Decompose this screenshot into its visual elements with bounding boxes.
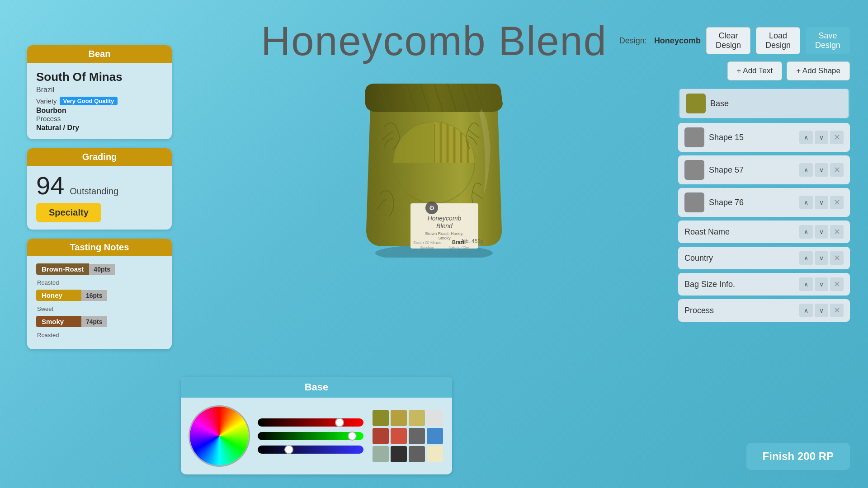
right-panel: Design: Honeycomb Clear Design Load Desi…: [678, 27, 850, 322]
layer-up-btn[interactable]: ∧: [799, 251, 813, 265]
sliders-area: [258, 418, 363, 454]
bean-country: Brazil: [36, 86, 163, 94]
color-swatch[interactable]: [373, 410, 389, 426]
layer-down-btn[interactable]: ∨: [815, 304, 828, 317]
load-design-button[interactable]: Load Design: [756, 27, 800, 54]
color-swatch[interactable]: [427, 410, 443, 426]
layer-down-btn[interactable]: ∨: [815, 225, 828, 239]
layer-thumb: [686, 94, 706, 113]
tasting-note-item: Brown-Roast 40pts Roasted: [36, 263, 163, 286]
layer-down-btn[interactable]: ∨: [815, 251, 828, 265]
taste-name: Smoky: [36, 316, 81, 327]
layer-controls: ∧ ∨ ✕: [799, 196, 844, 209]
layer-item-shape76[interactable]: Shape 76 ∧ ∨ ✕: [678, 188, 850, 217]
layer-delete-btn[interactable]: ✕: [830, 196, 844, 209]
layer-down-btn[interactable]: ∨: [815, 196, 828, 209]
color-swatch[interactable]: [409, 410, 425, 426]
layer-name: Shape 76: [709, 198, 795, 207]
bean-card: Bean South Of Minas Brazil Variety Very …: [27, 45, 172, 139]
layer-down-btn[interactable]: ∨: [815, 277, 828, 291]
taste-name: Brown-Roast: [36, 263, 89, 275]
color-swatch[interactable]: [391, 410, 407, 426]
base-panel-header: Base: [181, 377, 452, 398]
layer-name: Bag Size Info.: [684, 280, 795, 289]
base-panel: Base: [181, 377, 452, 474]
specialty-button[interactable]: Specialty: [36, 203, 101, 222]
color-swatch[interactable]: [391, 428, 407, 444]
taste-pts: 40pts: [89, 264, 115, 275]
layer-delete-btn[interactable]: ✕: [830, 251, 844, 265]
svg-text:Brown Roast, Honey,: Brown Roast, Honey,: [425, 231, 463, 236]
layer-delete-btn[interactable]: ✕: [830, 131, 844, 144]
tasting-note-item: Smoky 74pts Roasted: [36, 316, 163, 338]
layer-item-base[interactable]: Base: [678, 88, 850, 119]
color-swatch[interactable]: [409, 446, 425, 462]
add-shape-button[interactable]: + Add Shape: [787, 61, 850, 80]
layer-controls: ∧ ∨ ✕: [799, 251, 844, 265]
layer-up-btn[interactable]: ∧: [799, 304, 813, 317]
tasting-note-item: Honey 16pts Sweet: [36, 290, 163, 312]
layer-name: Base: [710, 99, 842, 108]
grading-score-label: Outstanding: [70, 186, 118, 197]
red-slider-thumb[interactable]: [335, 418, 344, 427]
color-swatch[interactable]: [409, 428, 425, 444]
process-label: Process: [36, 115, 163, 122]
bean-variety: Bourbon: [36, 107, 163, 115]
bean-name: South Of Minas: [36, 70, 163, 84]
grading-score: 94: [36, 173, 64, 198]
layer-name: Country: [684, 253, 795, 263]
layer-up-btn[interactable]: ∧: [799, 277, 813, 291]
layer-delete-btn[interactable]: ✕: [830, 277, 844, 291]
page-title: Honeycomb Blend: [261, 18, 607, 65]
layer-name: Shape 57: [709, 165, 795, 175]
add-text-button[interactable]: + Add Text: [727, 61, 783, 80]
taste-sublabel: Roasted: [36, 332, 163, 338]
layer-thumb: [684, 160, 704, 180]
layer-item-bag_size[interactable]: Bag Size Info. ∧ ∨ ✕: [678, 273, 850, 296]
finish-button[interactable]: Finish 200 RP: [746, 443, 850, 470]
color-swatches: [373, 410, 443, 462]
layer-name: Shape 15: [709, 133, 795, 142]
svg-text:⚙: ⚙: [429, 204, 435, 211]
red-slider-row: [258, 418, 363, 427]
layer-item-roast_name[interactable]: Roast Name ∧ ∨ ✕: [678, 221, 850, 243]
quality-badge: Very Good Quality: [60, 97, 118, 105]
finish-label: Finish: [763, 450, 795, 462]
color-swatch[interactable]: [427, 428, 443, 444]
color-wheel[interactable]: [190, 407, 249, 465]
color-swatch[interactable]: [427, 446, 443, 462]
save-design-button[interactable]: Save Design: [806, 27, 850, 54]
bean-variety-row: Variety Very Good Quality: [36, 97, 163, 105]
layer-delete-btn[interactable]: ✕: [830, 163, 844, 177]
bag-svg: ⚙ Honeycomb Blend Brown Roast, Honey, Sm…: [344, 59, 524, 258]
taste-pts: 74pts: [81, 316, 107, 327]
blue-slider-thumb[interactable]: [284, 445, 293, 454]
layer-up-btn[interactable]: ∧: [799, 196, 813, 209]
color-swatch[interactable]: [391, 446, 407, 462]
layer-name: Roast Name: [684, 227, 795, 237]
layer-item-shape15[interactable]: Shape 15 ∧ ∨ ✕: [678, 123, 850, 152]
svg-text:Honeycomb: Honeycomb: [428, 215, 462, 222]
layer-item-shape57[interactable]: Shape 57 ∧ ∨ ✕: [678, 155, 850, 184]
layer-up-btn[interactable]: ∧: [799, 225, 813, 239]
layer-down-btn[interactable]: ∨: [815, 163, 828, 177]
finish-rp: 200 RP: [797, 450, 834, 462]
layer-up-btn[interactable]: ∧: [799, 131, 813, 144]
layer-up-btn[interactable]: ∧: [799, 163, 813, 177]
green-slider-thumb[interactable]: [348, 432, 357, 441]
green-slider-row: [258, 432, 363, 440]
layer-down-btn[interactable]: ∨: [815, 131, 828, 144]
color-swatch[interactable]: [373, 428, 389, 444]
layer-controls: ∧ ∨ ✕: [799, 304, 844, 317]
grading-card: Grading 94 Outstanding Specialty: [27, 148, 172, 230]
clear-design-button[interactable]: Clear Design: [706, 27, 750, 54]
color-swatch[interactable]: [373, 446, 389, 462]
layer-delete-btn[interactable]: ✕: [830, 304, 844, 317]
layer-controls: ∧ ∨ ✕: [799, 225, 844, 239]
layer-delete-btn[interactable]: ✕: [830, 225, 844, 239]
layer-item-process[interactable]: Process ∧ ∨ ✕: [678, 299, 850, 322]
design-name: Honeycomb: [654, 36, 701, 46]
design-header: Design: Honeycomb Clear Design Load Desi…: [678, 27, 850, 54]
taste-sublabel: Roasted: [36, 279, 163, 286]
layer-item-country[interactable]: Country ∧ ∨ ✕: [678, 247, 850, 269]
